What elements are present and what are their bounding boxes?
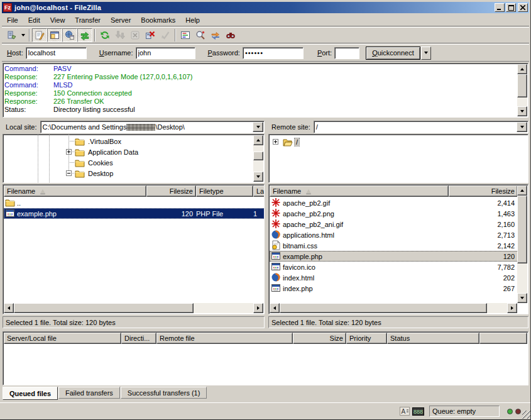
log-line-label: Command: <box>4 81 53 89</box>
tab-failed-transfers[interactable]: Failed transfers <box>58 387 120 399</box>
log-scrollbar[interactable] <box>517 64 527 116</box>
data-type-indicator-icon[interactable]: A <box>400 407 410 416</box>
column-header-last-modified[interactable]: Last modified <box>253 185 265 197</box>
filename: index.html <box>283 274 314 282</box>
refresh-button[interactable] <box>97 28 112 42</box>
reconnect-button[interactable] <box>158 28 173 42</box>
remote-list-vscrollbar[interactable] <box>517 185 527 303</box>
synchronized-browsing-button[interactable] <box>208 28 223 42</box>
column-header-priority[interactable]: Priority <box>346 333 387 344</box>
column-header-label: Status <box>390 334 410 342</box>
quickconnect-button[interactable]: Quickconnect <box>366 47 420 60</box>
port-input[interactable] <box>334 47 359 59</box>
remote-site-label: Remote site: <box>268 123 314 131</box>
filter-button[interactable] <box>178 28 193 42</box>
last-modified <box>253 197 265 208</box>
directory-comparison-button[interactable] <box>193 28 208 42</box>
column-header-status[interactable]: Status <box>387 333 479 344</box>
tree-item-application-data[interactable]: Application Data <box>74 146 253 157</box>
title-bar[interactable]: Fz john@localhost - FileZilla <box>2 2 529 13</box>
tree-item-desktop[interactable]: Desktop <box>74 168 253 179</box>
column-header-server-local-file[interactable]: Server/Local file <box>4 333 121 344</box>
password-input[interactable] <box>243 47 304 59</box>
sitemgr-icon <box>7 30 17 40</box>
folder-icon <box>4 197 17 208</box>
file-row--[interactable]: .. <box>4 197 265 208</box>
file-row-example-php[interactable]: example.php120PHP File1 <box>4 208 265 219</box>
log-line-label: Command: <box>4 65 53 73</box>
column-header-label: Filetype <box>199 187 224 195</box>
column-header-filetype[interactable]: Filetype <box>196 185 253 197</box>
menu-item-help[interactable]: Help <box>180 15 205 25</box>
speed-limit-indicator-icon[interactable]: 888 <box>412 407 424 416</box>
chevron-down-icon <box>21 34 25 36</box>
column-header-filesize[interactable]: Filesize <box>449 185 518 197</box>
local-site-dropdown-button[interactable] <box>253 122 263 132</box>
remote-list-hscrollbar[interactable] <box>270 303 517 313</box>
menu-item-bookmarks[interactable]: Bookmarks <box>136 15 180 25</box>
toggle-remote-tree-button[interactable] <box>62 28 77 42</box>
resize-grip[interactable] <box>522 411 530 419</box>
local-site-bar: Local site: C:\Documents and Settings\De… <box>3 121 265 133</box>
last-modified: 1 <box>253 208 265 219</box>
disconnect-button[interactable] <box>143 28 158 42</box>
column-header-remote-file[interactable]: Remote file <box>156 333 293 344</box>
file-row-apache-pb2-png[interactable]: apache_pb2.png1,463 <box>270 208 518 219</box>
collapse-minus-box[interactable] <box>66 170 72 176</box>
column-header-filename[interactable]: Filename <box>270 185 449 197</box>
cancel-operation-button[interactable] <box>128 28 143 42</box>
process-queue-button[interactable] <box>112 28 128 42</box>
toggle-local-tree-button[interactable] <box>47 28 62 42</box>
column-header-size[interactable]: Size <box>293 333 346 344</box>
local-site-combobox[interactable]: C:\Documents and Settings\Desktop\ <box>40 121 265 133</box>
menu-bar: FileEditViewTransferServerBookmarksHelp <box>2 14 529 26</box>
local-list-hscrollbar[interactable] <box>4 303 263 313</box>
column-header-filesize[interactable]: Filesize <box>146 185 196 197</box>
file-row-index-php[interactable]: index.php267 <box>270 283 518 294</box>
expand-plus-box[interactable] <box>66 149 72 155</box>
menu-item-view[interactable]: View <box>45 15 70 25</box>
minimize-button[interactable] <box>495 3 505 12</box>
tab-successful-transfers-1-[interactable]: Successful transfers (1) <box>121 387 207 399</box>
remote-site-dropdown-button[interactable] <box>517 122 527 132</box>
site-manager-button[interactable] <box>4 28 19 42</box>
file-row-bitnami-css[interactable]: bitnami.css2,142 <box>270 240 518 251</box>
tab-queued-files[interactable]: Queued files <box>3 387 58 400</box>
filesize: 267 <box>449 283 518 294</box>
file-row-favicon-ico[interactable]: favicon.ico7,782 <box>270 262 518 272</box>
toggle-message-log-button[interactable] <box>32 28 47 42</box>
close-button[interactable] <box>518 3 528 12</box>
host-input[interactable] <box>26 47 87 59</box>
remote-path: / <box>314 123 516 131</box>
site-manager-button-dropdown[interactable] <box>19 28 27 42</box>
username-input[interactable] <box>136 47 195 59</box>
file-row-index-html[interactable]: index.html202 <box>270 272 518 283</box>
find-files-button[interactable] <box>223 28 238 42</box>
folder-icon <box>75 158 85 168</box>
tree-item-cookies[interactable]: Cookies <box>74 157 253 168</box>
file-row-applications-html[interactable]: applications.html2,713 <box>270 229 518 240</box>
log-line-label: Response: <box>4 89 53 97</box>
menu-item-transfer[interactable]: Transfer <box>70 15 106 25</box>
tree-item-root[interactable]: / <box>282 136 525 147</box>
tree-item--virtualbox[interactable]: .VirtualBox <box>74 136 253 146</box>
filetype <box>196 197 253 208</box>
menu-item-file[interactable]: File <box>2 15 23 25</box>
redacted-username <box>126 124 155 131</box>
file-row-apache-pb2-gif[interactable]: apache_pb2.gif2,414 <box>270 197 518 208</box>
quickconnect-dropdown-button[interactable] <box>421 47 431 60</box>
maximize-button[interactable] <box>506 3 516 12</box>
menu-item-edit[interactable]: Edit <box>23 15 45 25</box>
local-tree-scrollbar[interactable] <box>253 135 263 182</box>
file-row-apache-pb2-ani-gif[interactable]: apache_pb2_ani.gif2,160 <box>270 219 518 229</box>
column-header-filename[interactable]: Filename <box>4 185 146 197</box>
toggle-queue-button[interactable] <box>77 28 92 42</box>
sync-icon <box>211 30 221 40</box>
column-header-directi-[interactable]: Directi... <box>121 333 156 344</box>
toolbar-separator <box>94 29 96 41</box>
menu-item-server[interactable]: Server <box>106 15 136 25</box>
file-row-example-php[interactable]: example.php120 <box>270 251 518 262</box>
expand-plus-box[interactable] <box>273 139 278 145</box>
remote-site-combobox[interactable]: / <box>314 121 528 133</box>
filename: apache_pb2.png <box>283 210 334 218</box>
